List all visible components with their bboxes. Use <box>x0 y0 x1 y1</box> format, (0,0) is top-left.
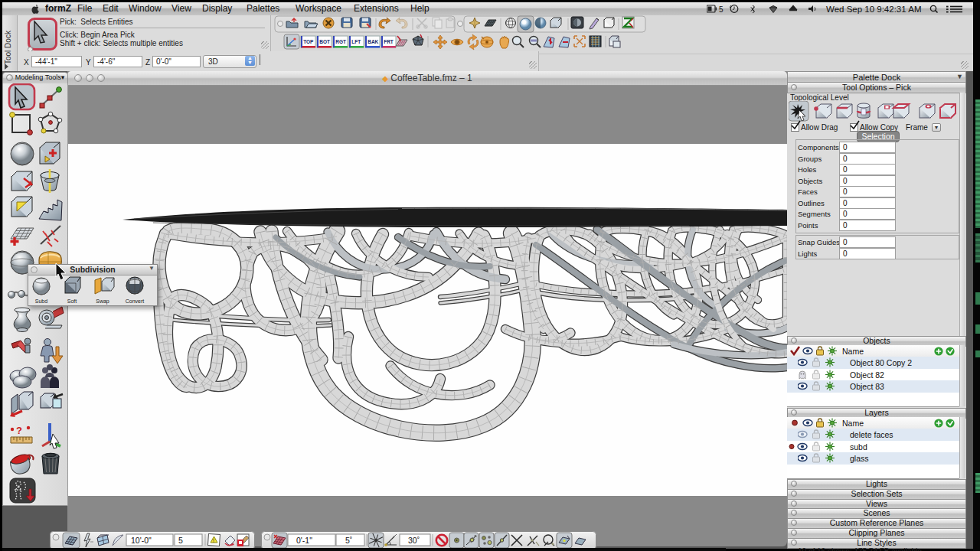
svg-text:!: ! <box>213 538 214 543</box>
svg-text:Swap: Swap <box>96 298 109 305</box>
svg-text:?: ? <box>16 425 22 436</box>
svg-text:FRT: FRT <box>384 39 394 44</box>
svg-text:Subd: Subd <box>35 298 47 304</box>
svg-text:Name: Name <box>842 419 864 428</box>
svg-text:BOT: BOT <box>319 39 330 44</box>
svg-text:LFT: LFT <box>351 39 361 44</box>
svg-text:5: 5 <box>178 536 183 545</box>
svg-text:Convert: Convert <box>126 298 145 304</box>
svg-text:10'-0": 10'-0" <box>131 536 152 545</box>
svg-text:5˚: 5˚ <box>345 536 352 545</box>
svg-text:Wed Sep 10 9:42:31 AM: Wed Sep 10 9:42:31 AM <box>826 5 921 14</box>
svg-text:5: 5 <box>719 5 724 14</box>
svg-text:BAK: BAK <box>368 39 378 44</box>
svg-text:30˚: 30˚ <box>408 536 420 545</box>
svg-text:Soft: Soft <box>67 298 77 304</box>
svg-text:TOP: TOP <box>303 39 314 44</box>
svg-text:0'-1": 0'-1" <box>296 536 312 545</box>
svg-text:Name: Name <box>842 347 864 356</box>
svg-text:RGT: RGT <box>335 39 346 44</box>
